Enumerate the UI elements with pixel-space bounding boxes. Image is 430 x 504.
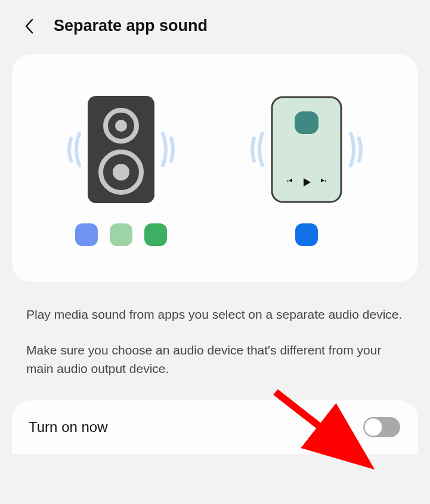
sound-wave-right-icon [345, 123, 369, 176]
back-button[interactable] [23, 19, 37, 33]
illustration-row [30, 96, 400, 246]
speaker-column [61, 96, 181, 246]
app-dot [75, 223, 98, 246]
toggle-thumb [364, 418, 382, 436]
app-dots-left [75, 223, 167, 246]
svg-rect-8 [324, 181, 325, 182]
svg-point-4 [113, 164, 129, 181]
sound-wave-left-icon [245, 123, 268, 176]
illustration-card [12, 54, 418, 282]
speaker-icon [88, 96, 154, 203]
turn-on-row[interactable]: Turn on now [12, 400, 418, 454]
description-line: Play media sound from apps you select on… [26, 306, 404, 323]
svg-rect-6 [295, 111, 318, 134]
description-text: Play media sound from apps you select on… [0, 282, 430, 396]
turn-on-toggle[interactable] [363, 417, 400, 437]
app-dots-right [295, 223, 318, 246]
sound-wave-right-icon [157, 123, 181, 176]
phone-column [245, 96, 369, 246]
header: Separate app sound [0, 0, 430, 47]
phone-device [245, 96, 369, 203]
toggle-label: Turn on now [29, 419, 108, 435]
description-line: Make sure you choose an audio device tha… [26, 341, 404, 378]
page-title: Separate app sound [54, 17, 208, 35]
app-dot [110, 223, 132, 246]
chevron-left-icon [23, 18, 36, 35]
phone-icon [271, 96, 342, 203]
svg-rect-7 [287, 181, 288, 182]
svg-point-2 [115, 120, 127, 132]
app-dot [295, 223, 318, 246]
app-dot [144, 223, 167, 246]
speaker-device [61, 96, 181, 203]
sound-wave-left-icon [61, 123, 85, 176]
